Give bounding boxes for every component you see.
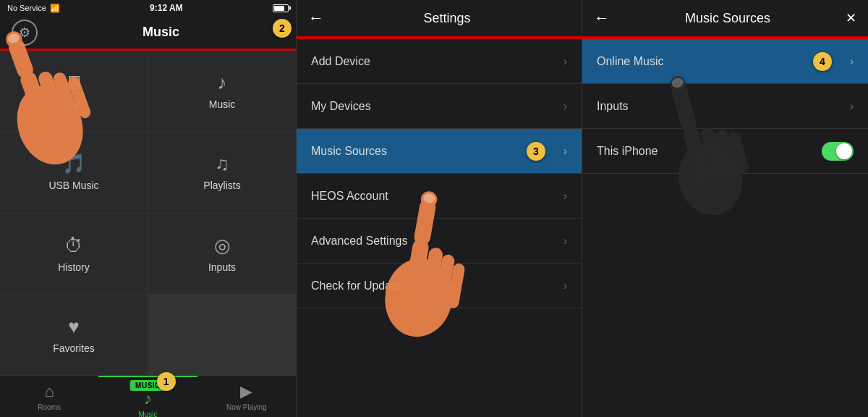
online-music-label: Online Music [597, 55, 850, 68]
usb-icon: 🎵 [62, 153, 85, 175]
settings-back-button[interactable]: ← [308, 9, 324, 28]
history-icon: ⏱ [64, 235, 83, 257]
status-left: No Service 📶 [7, 4, 60, 13]
settings-item-music-sources[interactable]: Music Sources › 3 [297, 129, 582, 174]
sources-back-button[interactable]: ← [594, 9, 610, 28]
heos-chevron: › [563, 190, 567, 203]
bottom-tabs: ⌂ Rooms MUSIC ♪ Music 1 ▶ Now Playing [0, 375, 296, 417]
inputs-label: Inputs [208, 261, 236, 273]
settings-item-my-devices[interactable]: My Devices › [297, 84, 582, 129]
usb-label: USB Music [48, 180, 98, 191]
source-item-inputs[interactable]: Inputs › [582, 84, 868, 129]
time-display: 9:12 AM [150, 3, 183, 13]
sources-title: Music Sources [610, 11, 846, 26]
heos-label: HEOS Account [311, 190, 563, 203]
panel-music: No Service 📶 9:12 AM ⚙ Music 2 🖥 TV ♪ Mu… [0, 0, 297, 417]
settings-item-add-device[interactable]: Add Device › [297, 39, 582, 84]
gear-button[interactable]: ⚙ [12, 20, 38, 46]
grid-item-usb[interactable]: 🎵 USB Music [0, 132, 148, 212]
source-inputs-label: Inputs [597, 100, 850, 113]
favorites-icon: ♥ [68, 316, 79, 338]
music-grid: 🖥 TV ♪ Music 🎵 USB Music ♫ Playlists ⏱ H… [0, 51, 296, 375]
rooms-label: Rooms [38, 403, 61, 411]
iphone-toggle[interactable] [822, 142, 854, 161]
step-badge-1: 1 [157, 372, 176, 391]
my-devices-label: My Devices [311, 100, 563, 113]
advanced-chevron: › [563, 235, 567, 248]
playlists-icon: ♫ [215, 153, 229, 175]
status-bar: No Service 📶 9:12 AM [0, 0, 296, 16]
tab-music[interactable]: MUSIC ♪ Music 1 [98, 376, 197, 417]
settings-header: ← Settings [297, 0, 582, 38]
status-right [273, 4, 289, 12]
settings-list: Add Device › My Devices › Music Sources … [297, 39, 582, 417]
gear-icon: ⚙ [19, 25, 30, 41]
advanced-label: Advanced Settings [311, 235, 563, 248]
nowplaying-icon: ▶ [240, 382, 252, 401]
battery-fill [274, 6, 284, 11]
toggle-knob [836, 143, 852, 159]
step-badge-4: 4 [813, 52, 832, 71]
playlists-label: Playlists [203, 180, 240, 191]
panel-settings: ← Settings Add Device › My Devices › Mus… [297, 0, 582, 417]
nowplaying-label: Now Playing [226, 403, 267, 411]
step-badge-3: 3 [527, 142, 545, 161]
grid-item-favorites[interactable]: ♥ Favorites [0, 295, 148, 375]
music-icon: ♪ [218, 72, 227, 94]
grid-item-music[interactable]: ♪ Music [148, 51, 296, 131]
history-label: History [58, 261, 90, 273]
music-panel-title: Music [38, 25, 284, 40]
grid-item-tv[interactable]: 🖥 TV [0, 51, 148, 131]
update-chevron: › [563, 279, 567, 292]
favorites-label: Favorites [53, 342, 95, 354]
sources-header: ← Music Sources ✕ [582, 0, 868, 38]
music-label: Music [209, 98, 236, 110]
source-item-online-music[interactable]: Online Music 4 › [582, 39, 868, 84]
music-sources-label: Music Sources [311, 145, 563, 158]
music-header: ⚙ Music 2 [0, 16, 296, 49]
battery-icon [273, 4, 289, 12]
sources-list: Online Music 4 › Inputs › This iPhone [582, 39, 868, 417]
rooms-icon: ⌂ [45, 382, 54, 401]
add-device-label: Add Device [311, 55, 563, 68]
settings-item-update[interactable]: Check for Update › [297, 264, 582, 308]
online-music-chevron: › [850, 55, 854, 68]
inputs-chevron: › [850, 100, 854, 113]
music-sources-chevron: › [563, 145, 567, 158]
grid-item-playlists[interactable]: ♫ Playlists [148, 132, 296, 212]
step-badge-2: 2 [273, 19, 292, 38]
music-tab-icon: ♪ [144, 389, 152, 408]
tv-icon: 🖥 [64, 72, 83, 94]
add-device-chevron: › [563, 55, 567, 68]
iphone-label: This iPhone [597, 145, 822, 158]
sources-close-button[interactable]: ✕ [846, 10, 856, 26]
panel-sources: ← Music Sources ✕ Online Music 4 › Input… [582, 0, 868, 417]
tab-rooms[interactable]: ⌂ Rooms [0, 376, 98, 417]
carrier-text: No Service [7, 4, 46, 12]
grid-item-inputs[interactable]: ◎ Inputs [148, 214, 296, 294]
grid-item-history[interactable]: ⏱ History [0, 214, 148, 294]
music-tab-label: Music [138, 410, 157, 418]
settings-title: Settings [324, 11, 570, 26]
settings-item-advanced[interactable]: Advanced Settings › [297, 219, 582, 264]
tv-label: TV [67, 98, 80, 110]
tab-nowplaying[interactable]: ▶ Now Playing [197, 376, 296, 417]
wifi-icon: 📶 [50, 4, 60, 13]
my-devices-chevron: › [563, 100, 567, 113]
source-item-iphone[interactable]: This iPhone [582, 129, 868, 174]
update-label: Check for Update [311, 279, 563, 292]
settings-item-heos[interactable]: HEOS Account › [297, 174, 582, 219]
inputs-icon: ◎ [214, 235, 231, 257]
